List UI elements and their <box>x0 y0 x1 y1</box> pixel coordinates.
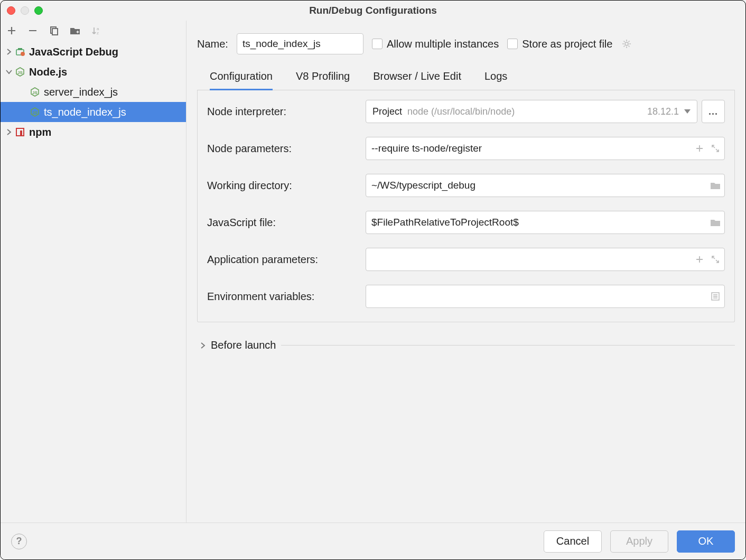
js-debug-icon <box>14 46 26 57</box>
remove-icon[interactable] <box>27 25 39 36</box>
ok-button[interactable]: OK <box>677 530 735 553</box>
store-project-label: Store as project file <box>522 38 612 50</box>
chevron-right-icon <box>4 129 14 135</box>
expand-icon[interactable] <box>710 143 721 154</box>
plus-icon[interactable] <box>694 254 705 265</box>
app-params-label: Application parameters: <box>207 254 360 266</box>
config-tree: JavaScript Debug JS Node.js JS server_in… <box>1 40 186 522</box>
sidebar: az JavaScript Debug JS Node.js JS server… <box>1 21 186 522</box>
titlebar: Run/Debug Configurations <box>1 1 745 21</box>
name-input[interactable] <box>237 33 363 54</box>
svg-text:JS: JS <box>32 110 38 115</box>
npm-icon <box>14 127 26 137</box>
help-button[interactable]: ? <box>11 534 27 549</box>
apply-button: Apply <box>610 530 668 553</box>
close-window-icon[interactable] <box>7 6 15 15</box>
env-vars-label: Environment variables: <box>207 291 360 303</box>
nodejs-icon: JS <box>29 107 41 117</box>
tab-logs[interactable]: Logs <box>484 65 507 90</box>
dialog-footer: ? Cancel Apply OK <box>1 522 745 559</box>
checkbox-icon <box>372 39 383 49</box>
tree-node-label: npm <box>29 126 51 138</box>
working-dir-input[interactable] <box>366 174 725 197</box>
chevron-right-icon <box>200 342 206 349</box>
tree-node-ts-node-index[interactable]: JS ts_node_index_js <box>1 102 186 122</box>
window-controls <box>7 6 43 15</box>
add-icon[interactable] <box>6 25 17 36</box>
separator <box>281 345 735 346</box>
node-interpreter-label: Node interpreter: <box>207 106 360 118</box>
env-vars-input[interactable] <box>366 285 725 308</box>
node-interpreter-select[interactable]: Project node (/usr/local/bin/node) 18.12… <box>366 100 697 123</box>
plus-icon[interactable] <box>694 143 705 154</box>
node-interp-version: 18.12.1 <box>647 106 679 117</box>
svg-text:JS: JS <box>17 70 23 75</box>
zoom-window-icon[interactable] <box>34 6 43 15</box>
checkbox-icon <box>507 39 518 49</box>
svg-rect-11 <box>20 130 22 136</box>
svg-rect-1 <box>52 29 58 35</box>
app-params-input[interactable] <box>366 248 725 271</box>
folder-icon[interactable] <box>69 25 81 36</box>
nodejs-icon: JS <box>14 67 26 77</box>
tree-node-label: ts_node_index_js <box>44 106 126 118</box>
allow-multiple-checkbox[interactable]: Allow multiple instances <box>372 38 499 50</box>
dropdown-icon <box>684 109 691 114</box>
before-launch-section[interactable]: Before launch <box>200 339 735 351</box>
node-interp-prefix: Project <box>372 106 402 117</box>
folder-icon[interactable] <box>710 217 721 228</box>
tree-node-label: Node.js <box>29 66 67 78</box>
nodejs-icon: JS <box>29 87 41 97</box>
browse-interpreter-button[interactable]: ... <box>702 100 725 123</box>
tree-node-npm[interactable]: npm <box>1 122 186 142</box>
tree-node-label: JavaScript Debug <box>29 46 118 58</box>
svg-text:JS: JS <box>32 90 38 95</box>
name-label: Name: <box>197 38 228 50</box>
tree-node-label: server_index_js <box>44 86 118 98</box>
tabs: Configuration V8 Profiling Browser / Liv… <box>197 65 735 90</box>
config-panel: Node interpreter: Project node (/usr/loc… <box>197 90 735 322</box>
sort-icon[interactable]: az <box>90 25 102 36</box>
tab-browser-live-edit[interactable]: Browser / Live Edit <box>373 65 461 90</box>
chevron-down-icon <box>4 69 14 74</box>
list-icon[interactable] <box>710 291 721 302</box>
tab-v8-profiling[interactable]: V8 Profiling <box>296 65 350 90</box>
gear-icon[interactable] <box>621 38 632 50</box>
tree-node-javascript-debug[interactable]: JavaScript Debug <box>1 42 186 62</box>
node-params-input[interactable] <box>366 137 725 160</box>
svg-point-6 <box>21 52 25 56</box>
node-params-label: Node parameters: <box>207 143 360 155</box>
js-file-label: JavaScript file: <box>207 217 360 229</box>
js-file-input[interactable] <box>366 211 725 234</box>
copy-icon[interactable] <box>48 25 60 36</box>
working-dir-label: Working directory: <box>207 180 360 192</box>
cancel-button[interactable]: Cancel <box>544 530 602 553</box>
chevron-right-icon <box>4 49 14 55</box>
svg-rect-5 <box>18 48 22 50</box>
node-interp-path: node (/usr/local/bin/node) <box>407 106 642 117</box>
store-project-checkbox[interactable]: Store as project file <box>507 38 612 50</box>
folder-icon[interactable] <box>710 180 721 191</box>
svg-point-12 <box>625 42 628 45</box>
svg-text:z: z <box>97 31 99 35</box>
content-pane: Name: Allow multiple instances Store as … <box>186 21 745 522</box>
minimize-window-icon <box>21 6 29 15</box>
tree-node-server-index[interactable]: JS server_index_js <box>1 82 186 102</box>
dialog-title: Run/Debug Configurations <box>1 5 745 16</box>
allow-multiple-label: Allow multiple instances <box>387 38 499 50</box>
sidebar-toolbar: az <box>1 21 186 40</box>
before-launch-label: Before launch <box>211 339 276 351</box>
tree-node-nodejs[interactable]: JS Node.js <box>1 62 186 82</box>
tab-configuration[interactable]: Configuration <box>210 65 273 90</box>
expand-icon[interactable] <box>710 254 721 265</box>
